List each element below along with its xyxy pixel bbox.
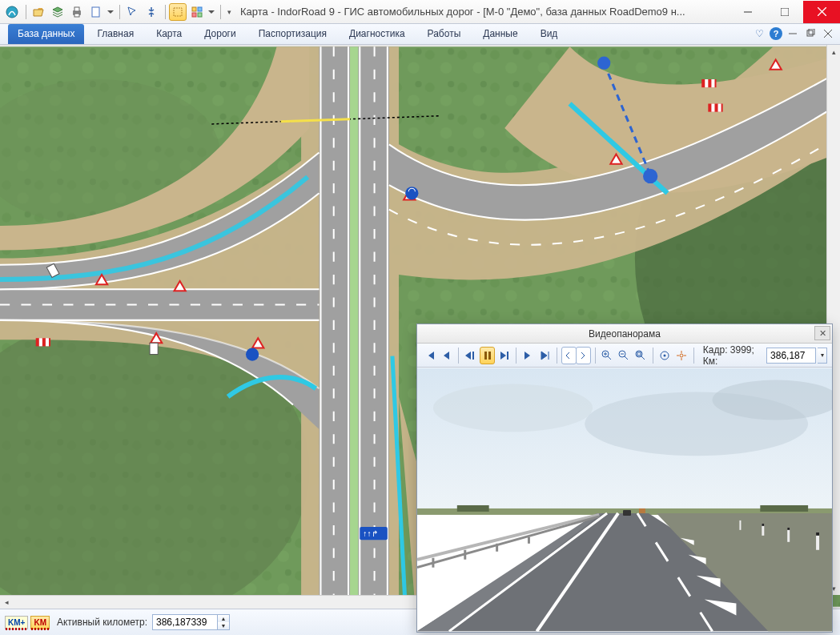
separator (26, 5, 26, 19)
separator (458, 348, 459, 364)
active-km-input[interactable] (152, 614, 218, 630)
svg-rect-89 (639, 508, 645, 513)
tab-passport[interactable]: Паспортизация (249, 24, 336, 44)
ribbon-right: ♡ ? (752, 26, 835, 41)
svg-rect-84 (787, 528, 790, 530)
svg-rect-86 (762, 524, 764, 526)
svg-rect-10 (781, 8, 789, 16)
step-back-icon[interactable] (463, 347, 478, 364)
separator (693, 348, 694, 364)
cursor-tool-icon[interactable] (123, 3, 141, 21)
locate-icon[interactable] (674, 347, 689, 364)
svg-rect-4 (92, 7, 99, 17)
app-icon[interactable] (3, 3, 21, 21)
tab-database[interactable]: База данных (8, 24, 84, 44)
tab-map[interactable]: Карта (147, 24, 191, 44)
dropdown-icon[interactable] (207, 3, 215, 21)
svg-rect-5 (174, 8, 182, 16)
ribbon-tabs: База данных Главная Карта Дороги Паспорт… (0, 24, 840, 45)
km-button[interactable]: KM (30, 616, 50, 629)
svg-rect-9 (198, 13, 202, 17)
grid-tool-icon[interactable] (188, 3, 206, 21)
spin-down-icon[interactable]: ▼ (218, 622, 229, 629)
svg-point-72 (433, 384, 593, 432)
zoom-in-icon[interactable] (600, 347, 615, 364)
svg-rect-76 (760, 505, 808, 512)
mdi-close-icon[interactable] (821, 26, 835, 41)
open-icon[interactable] (30, 3, 47, 21)
scroll-up-icon[interactable]: ▴ (827, 45, 841, 58)
video-km-input[interactable] (766, 348, 816, 364)
separator (220, 5, 221, 19)
svg-rect-48 (46, 338, 49, 346)
km-plus-button[interactable]: KM+ (5, 616, 28, 629)
tab-works[interactable]: Работы (418, 24, 471, 44)
svg-rect-53 (472, 352, 474, 360)
tab-view[interactable]: Вид (531, 24, 568, 44)
svg-point-69 (680, 354, 683, 357)
svg-rect-7 (198, 7, 202, 11)
tab-main[interactable]: Главная (87, 24, 143, 44)
tab-data[interactable]: Данные (473, 24, 527, 44)
svg-point-68 (664, 354, 666, 356)
next-frame-icon[interactable] (520, 347, 536, 364)
layers-icon[interactable] (49, 3, 66, 21)
svg-rect-55 (488, 352, 491, 360)
separator (653, 348, 653, 364)
last-frame-icon[interactable] (537, 347, 553, 364)
spin-up-icon[interactable]: ▲ (218, 615, 229, 622)
highlight-tool-icon[interactable] (169, 3, 187, 21)
minimize-button[interactable] (729, 1, 766, 23)
video-panorama-panel: Видеопанорама ✕ Кадр: 3999; Км: ▾ (416, 324, 833, 633)
svg-line-58 (608, 356, 611, 360)
scroll-left-icon[interactable]: ◂ (0, 596, 14, 609)
heart-icon[interactable]: ♡ (752, 26, 766, 41)
svg-rect-87 (739, 520, 741, 530)
svg-rect-75 (457, 505, 489, 512)
step-forward-icon[interactable] (496, 347, 512, 364)
mdi-restore-icon[interactable] (803, 26, 818, 41)
km-spinner[interactable]: ▲▼ (218, 614, 230, 630)
svg-point-64 (636, 351, 642, 357)
video-panel-close-button[interactable]: ✕ (814, 326, 830, 340)
separator (119, 5, 120, 19)
overflow-icon[interactable]: ▾ (224, 3, 234, 21)
zoom-out-icon[interactable] (617, 347, 632, 364)
first-frame-icon[interactable] (422, 347, 437, 364)
new-page-icon[interactable] (87, 3, 105, 21)
titlebar: ▾ Карта - IndorRoad 9 - ГИС автомобильны… (0, 0, 840, 24)
tab-diagnostics[interactable]: Диагностика (340, 24, 415, 44)
prev-frame-icon[interactable] (439, 347, 454, 364)
svg-rect-44 (711, 103, 714, 111)
svg-line-65 (641, 356, 645, 360)
zoom-fit-icon[interactable] (633, 347, 649, 364)
settings-icon[interactable] (657, 347, 673, 364)
tab-roads[interactable]: Дороги (195, 24, 245, 44)
close-button[interactable] (803, 1, 840, 23)
maximize-button[interactable] (766, 1, 803, 23)
print-icon[interactable] (68, 3, 86, 21)
mdi-minimize-icon[interactable] (786, 26, 800, 41)
active-km-label: Активный километр: (57, 617, 147, 628)
pan-left-icon[interactable] (561, 347, 577, 364)
dropdown-icon[interactable] (107, 3, 115, 21)
video-toolbar: Кадр: 3999; Км: ▾ (417, 344, 832, 368)
separator (516, 348, 516, 364)
pan-tool-icon[interactable] (143, 3, 160, 21)
separator (165, 5, 166, 19)
svg-rect-66 (637, 352, 641, 356)
pause-icon[interactable] (480, 347, 495, 364)
svg-rect-42 (711, 79, 714, 87)
km-dropdown-icon[interactable]: ▾ (818, 348, 827, 364)
video-panel-title[interactable]: Видеопанорама ✕ (417, 324, 832, 344)
svg-rect-8 (192, 13, 196, 17)
svg-text:↑↑↱: ↑↑↱ (363, 529, 377, 538)
svg-rect-45 (718, 103, 721, 111)
help-icon[interactable]: ? (770, 27, 782, 40)
svg-point-39 (246, 348, 259, 360)
svg-rect-2 (74, 7, 79, 11)
svg-rect-47 (39, 338, 42, 346)
separator (557, 348, 557, 364)
pan-right-icon[interactable] (576, 347, 591, 364)
svg-rect-54 (484, 352, 487, 360)
